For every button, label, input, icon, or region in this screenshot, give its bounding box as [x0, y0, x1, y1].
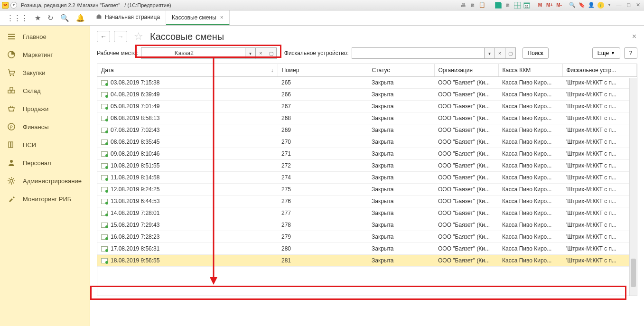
cell-number: 267 [278, 101, 368, 112]
tab-close-icon[interactable]: × [220, 14, 224, 21]
cell-org: ООО "Баязет" (Ки... [434, 148, 498, 160]
zoom-icon[interactable]: 🔍 [568, 1, 577, 9]
tab-cash-shifts[interactable]: Кассовые смены × [166, 10, 230, 25]
search-button[interactable]: Поиск [523, 47, 549, 59]
sidebar-item-nsi[interactable]: НСИ [0, 136, 90, 154]
table-row[interactable]: 05.08.2019 7:01:49267ЗакрытаООО "Баязет"… [97, 101, 637, 112]
cell-status: Закрыта [368, 231, 434, 243]
workplace-clear-icon[interactable]: × [256, 47, 266, 59]
table-row[interactable]: 16.08.2019 7:28:23279ЗакрытаООО "Баязет"… [97, 231, 637, 243]
more-button[interactable]: Еще ▼ [592, 47, 620, 59]
document-row-icon [101, 258, 108, 263]
vertical-scrollbar[interactable] [629, 78, 637, 296]
cell-date: 08.08.2019 8:35:45 [97, 136, 278, 148]
sidebar-item-warehouse[interactable]: Склад [0, 82, 90, 100]
col-kkm[interactable]: Касса ККМ [498, 64, 562, 77]
memory-m-icon[interactable]: M [536, 1, 544, 9]
cell-date: 05.08.2019 7:01:49 [97, 101, 278, 112]
workplace-dropdown-icon[interactable]: ▾ [245, 47, 256, 59]
table-row[interactable]: 07.08.2019 7:02:43269ЗакрытаООО "Баязет"… [97, 124, 637, 136]
fiscal-input[interactable] [352, 47, 485, 59]
document-row-icon [101, 223, 108, 228]
fiscal-dropdown-icon[interactable]: ▾ [485, 47, 495, 59]
table-row[interactable]: 18.08.2019 9:56:55281ЗакрытаООО "Баязет"… [97, 255, 637, 267]
col-date[interactable]: Дата↓ [97, 64, 278, 77]
sidebar-item-finance[interactable]: ₽ Финансы [0, 118, 90, 136]
table-row[interactable]: 08.08.2019 8:35:45270ЗакрытаООО "Баязет"… [97, 136, 637, 148]
table-row[interactable]: 03.08.2019 7:15:38265ЗакрытаООО "Баязет"… [97, 77, 637, 89]
col-org[interactable]: Организация [434, 64, 498, 77]
table-row[interactable]: 14.08.2019 7:28:01277ЗакрытаООО "Баязет"… [97, 207, 637, 219]
table-row[interactable]: 04.08.2019 6:39:49266ЗакрытаООО "Баязет"… [97, 89, 637, 101]
user-icon[interactable]: 👤 [587, 1, 596, 9]
info-dropdown-icon[interactable]: ▼ [605, 1, 614, 9]
sidebar-label: Склад [23, 87, 41, 94]
cell-number: 276 [278, 196, 368, 207]
sidebar-item-sales[interactable]: Продажи [0, 100, 90, 118]
tab-home-label: Начальная страница [105, 14, 160, 20]
window-close-icon[interactable]: ✕ [634, 1, 642, 9]
window-minimize-icon[interactable]: — [615, 1, 623, 9]
sidebar-item-admin[interactable]: Администрирование [0, 172, 90, 190]
copy-icon[interactable]: 📋 [478, 1, 486, 9]
workplace-input[interactable] [141, 47, 245, 59]
col-number[interactable]: Номер [278, 64, 368, 77]
save-icon[interactable] [494, 1, 503, 9]
table-row[interactable]: 06.08.2019 8:58:13268ЗакрытаООО "Баязет"… [97, 112, 637, 124]
col-fiscal[interactable]: Фискальное устр... [562, 64, 637, 77]
main-panel: × ← → ☆ Кассовые смены Рабочее место: ▾ … [90, 26, 644, 326]
sidebar-item-marketing[interactable]: Маркетинг [0, 46, 90, 64]
print-icon[interactable]: 🖶 [459, 1, 467, 9]
window-maximize-icon[interactable]: ◻ [624, 1, 633, 9]
cell-kkm: Касса Пиво Киро... [498, 196, 562, 207]
workplace-open-icon[interactable]: ▢ [266, 47, 277, 59]
nav-back-button[interactable]: ← [97, 31, 110, 42]
menu-icon [7, 32, 16, 41]
fiscal-clear-icon[interactable]: × [495, 47, 505, 59]
table-row[interactable]: 13.08.2019 6:44:53276ЗакрытаООО "Баязет"… [97, 196, 637, 207]
table-row[interactable]: 09.08.2019 8:10:46271ЗакрытаООО "Баязет"… [97, 148, 637, 160]
apps-icon[interactable]: ⋮⋮⋮ [7, 14, 28, 22]
info-icon[interactable]: i [597, 2, 604, 9]
cell-number: 269 [278, 124, 368, 136]
fiscal-open-icon[interactable]: ▢ [505, 47, 516, 59]
favorite-star-icon[interactable]: ★ [35, 14, 41, 22]
document-icon[interactable]: 🗎 [504, 1, 512, 9]
table-row[interactable]: 17.08.2019 8:56:31280ЗакрытаООО "Баязет"… [97, 243, 637, 255]
bell-icon[interactable]: 🔔 [76, 14, 85, 22]
page-title: Кассовые смены [150, 31, 224, 42]
memory-mminus-icon[interactable]: M- [555, 1, 563, 9]
tab-home[interactable]: Начальная страница [90, 9, 166, 25]
cell-org: ООО "Баязет" (Ки... [434, 255, 498, 267]
cell-status: Закрыта [368, 243, 434, 255]
table-row[interactable]: 12.08.2019 9:24:25275ЗакрытаООО "Баязет"… [97, 184, 637, 196]
print-preview-icon[interactable]: 🗎 [468, 1, 477, 9]
sidebar-item-personnel[interactable]: Персонал [0, 154, 90, 172]
page-close-icon[interactable]: × [632, 32, 636, 41]
history-icon[interactable]: ↻ [47, 14, 54, 22]
search-icon[interactable]: 🔍 [60, 14, 69, 22]
sidebar-item-monitoring[interactable]: Мониторинг РИБ [0, 190, 90, 208]
titlebar-dropdown-icon[interactable]: ▼ [10, 2, 17, 9]
cell-org: ООО "Баязет" (Ки... [434, 160, 498, 172]
col-status[interactable]: Статус [368, 64, 434, 77]
cell-status: Закрыта [368, 148, 434, 160]
sidebar-item-purchases[interactable]: Закупки [0, 64, 90, 82]
scrollbar-thumb[interactable] [631, 259, 636, 287]
bookmark-icon[interactable]: 🔖 [578, 1, 586, 9]
svg-rect-9 [8, 90, 11, 93]
table-row[interactable]: 15.08.2019 7:29:43278ЗакрытаООО "Баязет"… [97, 219, 637, 231]
grid-icon[interactable] [513, 1, 522, 9]
cell-kkm: Касса Пиво Киро... [498, 77, 562, 89]
books-icon [7, 140, 16, 149]
sidebar-item-main[interactable]: Главное [0, 28, 90, 46]
help-button[interactable]: ? [624, 47, 637, 59]
table-row[interactable]: 10.08.2019 8:51:55272ЗакрытаООО "Баязет"… [97, 160, 637, 172]
document-row-icon [101, 116, 108, 121]
memory-mplus-icon[interactable]: M+ [545, 1, 554, 9]
calendar-icon[interactable]: 31 [523, 1, 531, 9]
nav-forward-button[interactable]: → [114, 31, 127, 42]
cell-org: ООО "Баязет" (Ки... [434, 172, 498, 184]
favorite-outline-icon[interactable]: ☆ [134, 30, 143, 43]
table-row[interactable]: 11.08.2019 8:14:58274ЗакрытаООО "Баязет"… [97, 172, 637, 184]
